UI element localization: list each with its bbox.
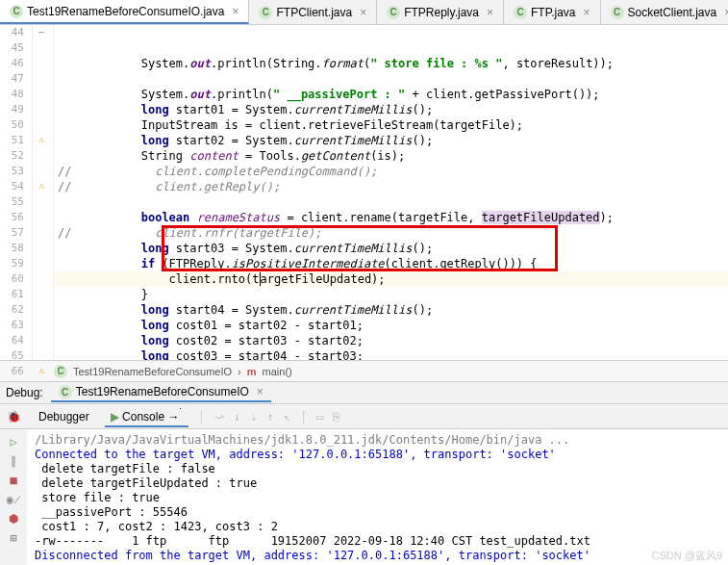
code-line[interactable] xyxy=(54,194,728,210)
resume-icon[interactable]: 🐞 xyxy=(7,410,21,424)
console-line: Connected to the target VM, address: '12… xyxy=(35,448,720,462)
code-line[interactable]: long cost01 = start02 - start01; xyxy=(54,318,728,333)
class-icon: C xyxy=(611,6,624,19)
breadcrumb[interactable]: C Test19RenameBeforeConsumeIO › m main() xyxy=(0,360,728,381)
file-tab[interactable]: CSocketClient.java× xyxy=(601,0,729,24)
code-line[interactable]: } xyxy=(54,287,728,302)
trace-icon[interactable]: ⎘ xyxy=(333,410,339,424)
console-line: __passivePort : 55546 xyxy=(35,505,720,520)
code-line[interactable] xyxy=(54,71,728,87)
line-gutter: 4445464748495051525354555657585960616263… xyxy=(0,25,33,360)
evaluate-icon[interactable]: ▭ xyxy=(316,410,323,424)
pause-icon[interactable]: ∥ xyxy=(0,454,27,468)
code-line[interactable]: // client.completePendingCommand(); xyxy=(54,164,728,179)
drop-frame-icon[interactable]: ↖ xyxy=(284,410,290,424)
file-tab[interactable]: CFTP.java× xyxy=(504,0,600,24)
code-line[interactable]: System.out.println(" __passivePort : " +… xyxy=(54,87,728,102)
class-icon: C xyxy=(54,365,67,378)
close-icon[interactable]: × xyxy=(232,5,238,18)
breadcrumb-file: Test19RenameBeforeConsumeIO xyxy=(73,366,232,377)
stop-icon[interactable]: ■ xyxy=(0,474,27,487)
close-icon[interactable]: × xyxy=(360,6,366,19)
file-tabs: CTest19RenameBeforeConsumeIO.java×CFTPCl… xyxy=(0,0,728,25)
close-icon[interactable]: × xyxy=(583,6,590,19)
console-line: cost1 : 7, cost2 : 1423, cost3 : 2 xyxy=(35,520,720,534)
step-over-icon[interactable]: ⤻ xyxy=(214,410,224,424)
rerun-icon[interactable]: ▷ xyxy=(0,435,27,449)
console-line: delete targetFileUpdated : true xyxy=(35,476,720,491)
class-icon: C xyxy=(387,6,400,19)
console-line: Disconnected from the target VM, address… xyxy=(35,549,720,563)
debug-header: Debug: C Test19RenameBeforeConsumeIO × xyxy=(0,381,728,404)
file-tab[interactable]: CFTPClient.java× xyxy=(249,0,377,24)
code-line[interactable]: // client.getReply(); xyxy=(54,179,728,194)
code-area[interactable]: System.out.println(String.format(" store… xyxy=(54,25,728,360)
code-line[interactable]: System.out.println(String.format(" store… xyxy=(54,56,728,71)
debug-run-tab[interactable]: C Test19RenameBeforeConsumeIO × xyxy=(51,383,271,402)
code-line[interactable]: long start02 = System.currentTimeMillis(… xyxy=(54,133,728,148)
tab-debugger[interactable]: Debugger xyxy=(33,408,95,425)
step-out-icon[interactable]: ↑ xyxy=(266,410,273,424)
code-line[interactable]: long cost02 = start03 - start02; xyxy=(54,333,728,348)
code-line[interactable]: InputStream is = client.retrieveFileStre… xyxy=(54,117,728,133)
class-icon: C xyxy=(514,6,527,19)
code-line[interactable]: long start04 = System.currentTimeMillis(… xyxy=(54,302,728,318)
force-step-into-icon[interactable]: ⇣ xyxy=(250,410,257,424)
close-icon[interactable]: × xyxy=(257,385,264,398)
layout-icon[interactable]: ⊞ xyxy=(0,531,27,545)
view-breakpoints-icon[interactable]: ◉̷ xyxy=(0,493,27,506)
tab-console[interactable]: ▶ Console →˙ xyxy=(105,405,188,427)
editor: 4445464748495051525354555657585960616263… xyxy=(0,25,728,360)
debug-side-buttons: ▷ ∥ ■ ◉̷ ⬢ ⊞ xyxy=(0,429,27,565)
code-line[interactable]: String content = Tools.getContent(is); xyxy=(54,148,728,164)
method-icon: m xyxy=(247,366,257,377)
console-line: delete targetFile : false xyxy=(35,462,720,476)
step-into-icon[interactable]: ↓ xyxy=(234,410,240,424)
code-line[interactable]: long start03 = System.currentTimeMillis(… xyxy=(54,241,728,256)
debug-toolbar: 🐞 Debugger ▶ Console →˙ | ⤻ ↓ ⇣ ↑ ↖ | ▭ … xyxy=(0,404,728,429)
console-wrap: ▷ ∥ ■ ◉̷ ⬢ ⊞ /Library/Java/JavaVirtualMa… xyxy=(0,429,728,565)
file-tab[interactable]: CTest19RenameBeforeConsumeIO.java× xyxy=(0,0,249,24)
class-icon: C xyxy=(10,5,23,18)
chevron-right-icon: › xyxy=(238,366,241,377)
breadcrumb-method: main() xyxy=(263,366,292,377)
watermark: CSDN @蓝风9 xyxy=(651,549,722,563)
code-line[interactable]: client.rnto(targetFileUpdated); xyxy=(54,271,728,287)
console-line: store file : true xyxy=(35,491,720,505)
class-icon: C xyxy=(59,385,72,398)
code-line[interactable]: boolean renameStatus = client.rename(tar… xyxy=(54,210,728,225)
close-icon[interactable]: × xyxy=(487,6,493,19)
file-tab[interactable]: CFTPReply.java× xyxy=(377,0,504,24)
editor-marks: — ⚠ ⚠ ⚠ xyxy=(33,25,54,360)
debug-label: Debug: xyxy=(6,386,43,399)
close-icon[interactable]: × xyxy=(724,6,728,19)
code-line[interactable]: long cost03 = start04 - start03; xyxy=(54,348,728,360)
code-line[interactable]: if (FTPReply.isPositiveIntermediate(clie… xyxy=(54,256,728,271)
code-line[interactable]: long start01 = System.currentTimeMillis(… xyxy=(54,102,728,117)
console-line: -rw------- 1 ftp ftp 19152007 2022-09-18… xyxy=(35,534,720,549)
console-output[interactable]: /Library/Java/JavaVirtualMachines/jdk1.8… xyxy=(27,429,728,565)
code-line[interactable]: // client.rnfr(targetFile); xyxy=(54,225,728,241)
mute-breakpoints-icon[interactable]: ⬢ xyxy=(0,512,27,526)
class-icon: C xyxy=(259,6,272,19)
console-line: /Library/Java/JavaVirtualMachines/jdk1.8… xyxy=(35,433,720,448)
